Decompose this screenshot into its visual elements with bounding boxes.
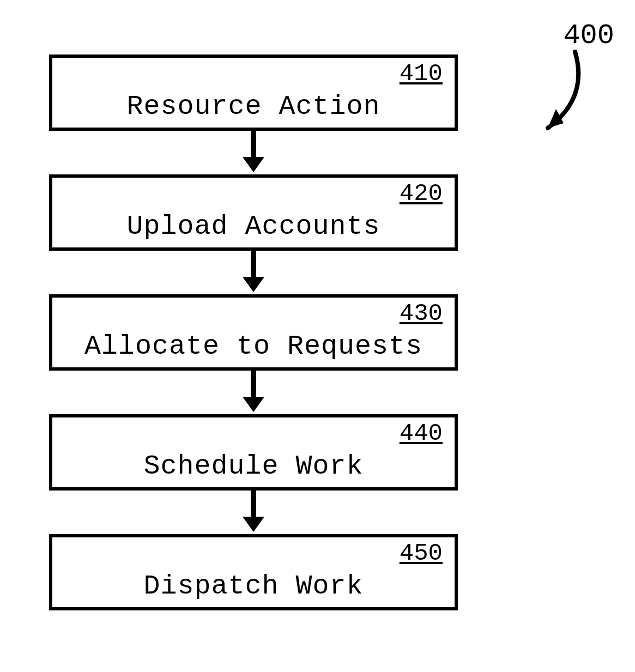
flow-arrow [251, 251, 256, 278]
flowchart-canvas: 400 410 Resource Action 420 Upload Accou… [0, 0, 635, 672]
flow-arrow [251, 371, 256, 398]
step-label: Schedule Work [52, 451, 455, 482]
flow-arrow [251, 491, 256, 518]
flow-arrow [251, 131, 256, 158]
flow-step-resource-action: 410 Resource Action [49, 55, 458, 131]
flow-step-upload-accounts: 420 Upload Accounts [49, 174, 458, 251]
step-number: 410 [400, 60, 443, 87]
figure-number: 400 [563, 20, 614, 52]
flow-step-allocate-requests: 430 Allocate to Requests [49, 294, 458, 371]
flow-step-dispatch-work: 450 Dispatch Work [49, 534, 458, 610]
flow-step-schedule-work: 440 Schedule Work [49, 414, 458, 491]
svg-marker-0 [548, 109, 564, 128]
step-number: 420 [400, 180, 443, 207]
step-label: Allocate to Requests [52, 331, 455, 362]
step-number: 440 [400, 420, 443, 447]
step-number: 450 [400, 540, 443, 567]
step-number: 430 [400, 300, 443, 327]
figure-pointer-arrow [491, 38, 600, 147]
step-label: Upload Accounts [52, 211, 455, 242]
step-label: Dispatch Work [52, 571, 455, 602]
step-label: Resource Action [52, 91, 455, 122]
